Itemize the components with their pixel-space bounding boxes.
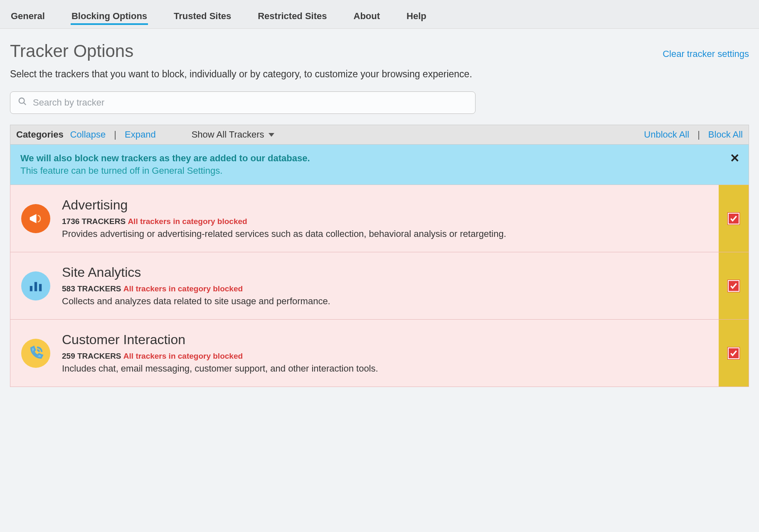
megaphone-icon <box>21 204 50 233</box>
show-filter-dropdown[interactable]: Show All Trackers <box>192 129 274 140</box>
search-icon <box>18 97 27 108</box>
clear-tracker-settings-link[interactable]: Clear tracker settings <box>663 49 749 59</box>
collapse-link[interactable]: Collapse <box>70 129 106 140</box>
page-subtitle: Select the trackers that you want to blo… <box>10 69 749 80</box>
tab-help[interactable]: Help <box>406 8 427 28</box>
svg-rect-2 <box>30 286 32 291</box>
page-title: Tracker Options <box>10 41 133 61</box>
svg-point-0 <box>19 98 25 103</box>
notice-line1: We will also block new trackers as they … <box>20 153 739 164</box>
tracker-count: 259 TRACKERS <box>62 352 121 360</box>
phone-icon <box>21 339 50 368</box>
category-row-advertising[interactable]: Advertising 1736 TRACKERS All trackers i… <box>10 185 749 252</box>
category-status: All trackers in category blocked <box>123 284 243 293</box>
tracker-count: 1736 TRACKERS <box>62 217 126 226</box>
checkbox-column <box>719 252 749 319</box>
block-all-link[interactable]: Block All <box>708 129 743 140</box>
category-block-checkbox[interactable] <box>728 347 739 359</box>
category-status: All trackers in category blocked <box>128 217 247 226</box>
show-filter-label: Show All Trackers <box>192 129 264 140</box>
category-row-customer-interaction[interactable]: Customer Interaction 259 TRACKERS All tr… <box>10 320 749 387</box>
category-title: Advertising <box>62 197 506 213</box>
close-icon[interactable]: ✕ <box>730 151 739 165</box>
categories-toolbar: Categories Collapse | Expand Show All Tr… <box>10 125 749 145</box>
tab-trusted-sites[interactable]: Trusted Sites <box>173 8 232 28</box>
tab-bar: General Blocking Options Trusted Sites R… <box>0 0 759 29</box>
category-block-checkbox[interactable] <box>728 213 739 224</box>
tab-blocking-options[interactable]: Blocking Options <box>71 8 148 28</box>
svg-rect-3 <box>34 282 37 291</box>
search-container <box>10 91 476 114</box>
category-title: Site Analytics <box>62 265 330 280</box>
separator: | <box>696 129 702 140</box>
category-description: Provides advertising or advertising-rela… <box>62 229 506 239</box>
category-status: All trackers in category blocked <box>123 352 243 360</box>
bar-chart-icon <box>21 271 50 300</box>
category-block-checkbox[interactable] <box>728 280 739 292</box>
category-title: Customer Interaction <box>62 332 378 347</box>
separator: | <box>112 129 118 140</box>
info-notice: We will also block new trackers as they … <box>10 145 749 185</box>
chevron-down-icon <box>269 133 274 137</box>
tab-general[interactable]: General <box>10 8 46 28</box>
categories-label: Categories <box>16 129 64 140</box>
tab-about[interactable]: About <box>353 8 381 28</box>
notice-line2: This feature can be turned off in Genera… <box>20 165 739 176</box>
search-input[interactable] <box>33 97 468 108</box>
svg-line-1 <box>24 103 26 105</box>
tab-restricted-sites[interactable]: Restricted Sites <box>257 8 328 28</box>
unblock-all-link[interactable]: Unblock All <box>644 129 689 140</box>
category-description: Collects and analyzes data related to si… <box>62 296 330 307</box>
checkbox-column <box>719 320 749 387</box>
category-description: Includes chat, email messaging, customer… <box>62 363 378 374</box>
checkbox-column <box>719 185 749 252</box>
expand-link[interactable]: Expand <box>125 129 156 140</box>
tracker-count: 583 TRACKERS <box>62 284 121 293</box>
category-row-site-analytics[interactable]: Site Analytics 583 TRACKERS All trackers… <box>10 252 749 320</box>
svg-rect-4 <box>39 284 42 291</box>
